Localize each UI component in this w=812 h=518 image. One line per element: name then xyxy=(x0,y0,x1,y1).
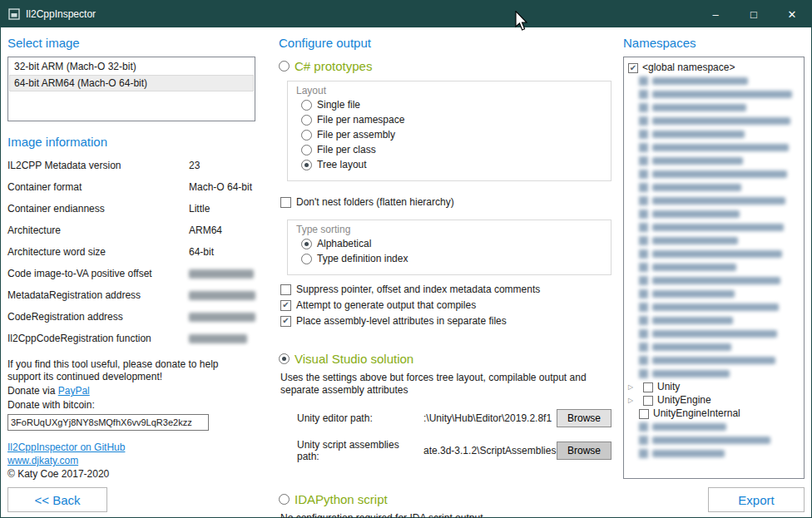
namespace-row-redacted xyxy=(639,116,800,126)
info-label: Container endianness xyxy=(7,204,189,215)
namespace-row-redacted xyxy=(639,142,800,153)
idapython-description: No configuration required for IDA script… xyxy=(280,512,611,518)
namespace-row-redacted xyxy=(639,169,800,180)
redacted-value xyxy=(189,269,254,279)
redacted-checkbox xyxy=(639,316,648,325)
namespaces-heading: Namespaces xyxy=(623,36,805,50)
namespace-item-global-namespace[interactable]: <global namespace> xyxy=(628,62,800,73)
layout-groupbox: Layout Single fileFile per namespaceFile… xyxy=(287,81,611,181)
layout-group-title: Layout xyxy=(296,85,602,96)
redacted-checkbox xyxy=(639,356,648,365)
website-link[interactable]: www.djkaty.com xyxy=(7,454,255,467)
namespace-label: UnityEngine xyxy=(657,395,711,406)
checkbox-attempt-to-generate-output-that-compiles[interactable]: Attempt to generate output that compiles xyxy=(280,299,611,311)
info-row: ArchitectureARM64 xyxy=(7,225,255,236)
namespaces-list[interactable]: <global namespace>▷Unity▷UnityEngineUnit… xyxy=(623,57,805,479)
checkbox-suppress-pointer-offset-and-index-metadata-comments[interactable]: Suppress pointer, offset and index metad… xyxy=(280,284,611,295)
visual-studio-solution-radio[interactable]: Visual Studio solution xyxy=(279,353,611,365)
csharp-prototypes-radio[interactable]: C# prototypes xyxy=(279,60,611,72)
namespace-row-redacted xyxy=(639,155,800,166)
radio-label: Alphabetical xyxy=(317,238,371,250)
unity-script-path-value: ate.3d-3.1.2\ScriptAssemblies xyxy=(423,445,557,456)
namespace-row-redacted xyxy=(639,315,800,326)
redacted-label xyxy=(652,210,740,218)
namespace-checkbox[interactable] xyxy=(643,382,653,392)
minimize-button[interactable]: – xyxy=(696,1,735,27)
namespace-row-redacted xyxy=(639,235,800,246)
info-row: Container formatMach-O 64-bit xyxy=(7,182,255,193)
radio-option-tree-layout[interactable]: Tree layout xyxy=(301,159,602,171)
info-value: ARM64 xyxy=(189,225,222,236)
redacted-checkbox xyxy=(639,449,648,458)
browse-script-path-button[interactable]: Browse xyxy=(557,442,611,460)
info-row: CodeRegistration address xyxy=(7,312,255,323)
redacted-checkbox xyxy=(639,90,648,99)
radio-option-file-per-class[interactable]: File per class xyxy=(301,144,602,156)
redacted-label xyxy=(652,157,743,165)
namespace-item-unityengineinternal[interactable]: UnityEngineInternal xyxy=(639,408,800,419)
close-button[interactable]: ✕ xyxy=(773,1,811,27)
namespace-row-redacted xyxy=(639,102,800,113)
browse-editor-path-button[interactable]: Browse xyxy=(557,409,611,427)
radio-option-file-per-namespace[interactable]: File per namespace xyxy=(301,114,602,126)
donate-paypal-line: Donate via PayPal xyxy=(7,385,255,397)
titlebar: Il2CppInspector – □ ✕ xyxy=(1,1,811,27)
info-label: Il2CppCodeRegistration function xyxy=(7,333,189,344)
donate-text: If you find this tool useful, please don… xyxy=(7,358,250,383)
namespace-item-unity[interactable]: ▷Unity xyxy=(628,382,800,392)
redacted-label xyxy=(652,277,780,284)
idapython-script-label: IDAPython script xyxy=(295,493,388,506)
radio-label: Single file xyxy=(317,99,360,111)
redacted-label xyxy=(652,224,784,231)
radio-option-file-per-assembly[interactable]: File per assembly xyxy=(301,129,602,141)
radio-icon xyxy=(301,239,312,249)
left-panel: Select image 32-bit ARM (Mach-O 32-bit)6… xyxy=(7,32,255,512)
namespace-item-unityengine[interactable]: ▷UnityEngine xyxy=(628,395,800,406)
image-listbox[interactable]: 32-bit ARM (Mach-O 32-bit)64-bit ARM64 (… xyxy=(7,57,255,121)
type-sorting-group-title: Type sorting xyxy=(296,224,602,235)
select-image-heading: Select image xyxy=(7,36,255,50)
idapython-script-radio[interactable]: IDAPython script xyxy=(279,493,611,506)
redacted-checkbox xyxy=(639,249,648,259)
checkbox-icon xyxy=(280,316,291,327)
namespace-label: UnityEngineInternal xyxy=(653,408,740,419)
center-panel: Configure output C# prototypes Layout Si… xyxy=(279,32,611,512)
checkbox-icon xyxy=(280,197,291,208)
info-label: CodeRegistration address xyxy=(7,312,189,323)
redacted-label xyxy=(652,450,725,457)
flatten-hierarchy-checkbox[interactable]: Don't nest folders (flatten hierarchy) xyxy=(280,196,611,208)
redacted-checkbox xyxy=(639,143,648,152)
github-link[interactable]: Il2CppInspector on GitHub xyxy=(7,441,255,454)
redacted-label xyxy=(652,144,789,151)
namespace-row-redacted xyxy=(639,355,800,366)
expander-icon[interactable]: ▷ xyxy=(628,395,639,406)
redacted-checkbox xyxy=(639,263,648,272)
app-window: Il2CppInspector – □ ✕ Select image 32-bi… xyxy=(0,0,812,518)
radio-option-alphabetical[interactable]: Alphabetical xyxy=(301,238,602,250)
checkbox-label: Suppress pointer, offset and index metad… xyxy=(296,284,540,295)
paypal-link[interactable]: PayPal xyxy=(58,385,90,397)
redacted-checkbox xyxy=(639,183,648,192)
namespace-row-redacted xyxy=(639,435,800,446)
image-list-item-32-bit-arm-mach-o-32-bit[interactable]: 32-bit ARM (Mach-O 32-bit) xyxy=(9,58,254,75)
radio-icon xyxy=(279,494,290,505)
radio-option-single-file[interactable]: Single file xyxy=(301,99,602,111)
expander-icon[interactable]: ▷ xyxy=(628,382,639,392)
type-sorting-options: AlphabeticalType definition index xyxy=(296,238,602,265)
bitcoin-address-input[interactable] xyxy=(7,414,209,431)
checkbox-place-assembly-level-attributes-in-separate-files[interactable]: Place assembly-level attributes in separ… xyxy=(280,315,611,327)
namespace-row-redacted xyxy=(639,342,800,353)
namespace-label: Unity xyxy=(657,382,680,392)
radio-icon xyxy=(301,160,312,170)
namespace-checkbox[interactable] xyxy=(628,63,638,73)
radio-option-type-definition-index[interactable]: Type definition index xyxy=(301,253,602,265)
redacted-checkbox xyxy=(639,130,648,139)
export-button[interactable]: Export xyxy=(708,487,805,512)
namespace-checkbox[interactable] xyxy=(639,409,649,419)
namespace-checkbox[interactable] xyxy=(643,396,653,406)
image-list-item-64-bit-arm64-mach-o-64-bit[interactable]: 64-bit ARM64 (Mach-O 64-bit) xyxy=(9,75,254,91)
back-button[interactable]: << Back xyxy=(7,487,107,512)
redacted-checkbox xyxy=(639,436,648,445)
csharp-prototypes-label: C# prototypes xyxy=(295,60,372,72)
maximize-button[interactable]: □ xyxy=(735,1,773,27)
